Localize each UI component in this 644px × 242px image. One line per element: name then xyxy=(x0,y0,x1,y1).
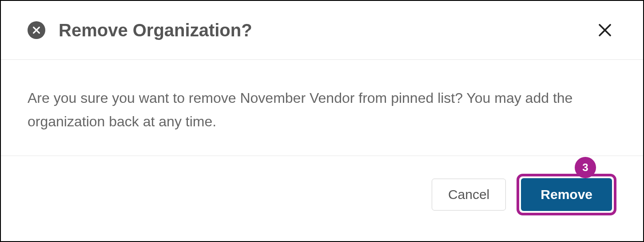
dialog-body: Are you sure you want to remove November… xyxy=(1,60,643,156)
step-badge: 3 xyxy=(575,157,596,178)
times-circle-icon xyxy=(28,21,45,39)
confirm-dialog: Remove Organization? Are you sure you wa… xyxy=(0,0,644,242)
remove-button-highlight: 3 Remove xyxy=(517,174,616,215)
dialog-title: Remove Organization? xyxy=(59,20,593,40)
dialog-footer: Cancel 3 Remove xyxy=(1,156,643,233)
remove-button[interactable]: Remove xyxy=(521,178,612,211)
close-icon xyxy=(597,22,613,38)
dialog-message: Are you sure you want to remove November… xyxy=(28,86,578,133)
close-button[interactable] xyxy=(593,19,616,42)
dialog-header: Remove Organization? xyxy=(1,1,643,60)
cancel-button[interactable]: Cancel xyxy=(432,179,506,211)
